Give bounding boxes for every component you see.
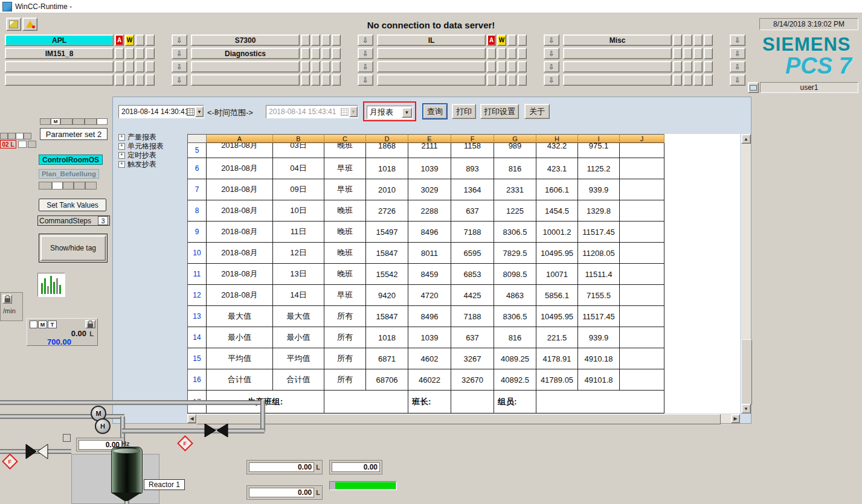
nav-expand-arrow-icon[interactable]: ⇩: [544, 61, 559, 72]
sheet-cell[interactable]: 7188: [451, 306, 494, 327]
sheet-cell[interactable]: 8011: [408, 243, 451, 264]
nav-expand-arrow-icon[interactable]: ⇩: [358, 74, 373, 86]
sheet-cell[interactable]: 432.2: [536, 143, 578, 158]
nav-button-il[interactable]: IL: [377, 34, 486, 46]
nav-small-button[interactable]: [311, 34, 320, 46]
nav-expand-arrow-icon[interactable]: ⇩: [358, 61, 373, 72]
sheet-cell[interactable]: 11517.45: [578, 222, 620, 243]
nav-small-button[interactable]: [301, 34, 310, 46]
sheet-cell[interactable]: 939.9: [578, 327, 620, 348]
sheet-cell[interactable]: 1225: [494, 200, 536, 222]
sheet-cell[interactable]: 晚班: [324, 143, 366, 158]
sheet-cell[interactable]: 9420: [366, 285, 408, 306]
sheet-cell[interactable]: 早班: [324, 179, 366, 200]
nav-small-button[interactable]: [311, 74, 320, 86]
sheet-cell[interactable]: 11208.05: [578, 243, 620, 264]
nav-expand-arrow-icon[interactable]: ⇩: [172, 61, 187, 72]
nav-small-button[interactable]: [311, 61, 320, 72]
column-header-H[interactable]: H: [536, 134, 578, 143]
nav-button-diagnostics[interactable]: Diagnostics: [191, 48, 300, 59]
nav-button-empty[interactable]: [377, 61, 486, 72]
sheet-cell[interactable]: 41789.05: [536, 369, 578, 391]
sheet-cell[interactable]: 3029: [408, 179, 451, 200]
nav-small-button[interactable]: [683, 48, 692, 59]
sheet-cell[interactable]: 4863: [494, 285, 536, 306]
sheet-cell[interactable]: 2010: [366, 179, 408, 200]
tree-item-2[interactable]: +定时抄表: [118, 151, 186, 160]
sheet-cell[interactable]: 09日: [273, 179, 324, 200]
sheet-cell[interactable]: 组员:: [494, 391, 536, 413]
sheet-cell[interactable]: 2018-08月: [207, 179, 273, 200]
sheet-cell[interactable]: 平均值: [273, 348, 324, 369]
sheet-cell[interactable]: 2726: [366, 200, 408, 222]
sheet-cell[interactable]: 所有: [324, 327, 366, 348]
sheet-cell[interactable]: 1018: [366, 327, 408, 348]
sheet-cell[interactable]: 2018-08月: [207, 243, 273, 264]
nav-small-button[interactable]: [497, 74, 506, 86]
sheet-cell[interactable]: 7829.5: [494, 243, 536, 264]
sheet-cell[interactable]: 15847: [366, 306, 408, 327]
sheet-cell[interactable]: 最大值: [273, 306, 324, 327]
nav-expand-arrow-icon[interactable]: ⇩: [730, 34, 745, 46]
sheet-cell[interactable]: 10495.95: [536, 306, 578, 327]
nav-small-button[interactable]: [518, 48, 527, 59]
nav-small-button[interactable]: [301, 74, 310, 86]
nav-button-im1518[interactable]: IM151_8: [5, 48, 114, 59]
nav-button-misc[interactable]: Misc: [563, 34, 672, 46]
nav-small-button[interactable]: [693, 48, 703, 59]
row-header-7[interactable]: 7: [187, 179, 207, 200]
flow-setpoint[interactable]: 700.00: [27, 337, 91, 346]
sheet-cell[interactable]: 13日: [273, 264, 324, 285]
nav-button-empty[interactable]: [563, 48, 672, 59]
nav-small-button[interactable]: [673, 61, 682, 72]
sheet-cell[interactable]: 40892.5: [494, 369, 536, 391]
nav-button-empty[interactable]: [563, 61, 672, 72]
sheet-cell[interactable]: 11日: [273, 222, 324, 243]
sheet-cell[interactable]: 04日: [273, 158, 324, 179]
query-button[interactable]: 查询: [422, 103, 448, 120]
column-header-A[interactable]: A: [207, 134, 273, 143]
row-header-12[interactable]: 12: [187, 285, 207, 306]
interlock-f-icon[interactable]: F: [177, 435, 193, 451]
nav-small-button[interactable]: [507, 74, 516, 86]
pump-symbol[interactable]: H: [95, 418, 111, 434]
sensor-box[interactable]: [63, 434, 71, 442]
sheet-cell[interactable]: [620, 200, 664, 222]
nav-small-button[interactable]: [507, 34, 516, 46]
nav-small-button[interactable]: [518, 34, 527, 46]
sheet-cell[interactable]: 最小值: [273, 327, 324, 348]
sheet-cell[interactable]: 32670: [451, 369, 494, 391]
sheet-cell[interactable]: 晚班: [324, 200, 366, 222]
sheet-cell[interactable]: [620, 158, 664, 179]
nav-small-button[interactable]: [135, 61, 144, 72]
nav-expand-arrow-icon[interactable]: ⇩: [358, 34, 373, 46]
sheet-cell[interactable]: 6871: [366, 348, 408, 369]
volume-value-1[interactable]: 0.00: [249, 462, 314, 472]
sheet-cell[interactable]: 早班: [324, 158, 366, 179]
sheet-cell[interactable]: [620, 285, 664, 306]
interlock-f-icon[interactable]: F: [2, 453, 18, 470]
sheet-cell[interactable]: 15497: [366, 222, 408, 243]
nav-small-button[interactable]: [135, 34, 144, 46]
sheet-cell[interactable]: 2111: [408, 143, 451, 158]
sheet-cell[interactable]: 14日: [273, 285, 324, 306]
sheet-cell[interactable]: 10日: [273, 200, 324, 222]
nav-small-button[interactable]: [704, 34, 713, 46]
nav-small-button[interactable]: [693, 34, 703, 46]
print-setup-button[interactable]: 打印设置: [480, 104, 519, 119]
sheet-cell[interactable]: 68706: [366, 369, 408, 391]
nav-small-button[interactable]: [321, 48, 330, 59]
print-button[interactable]: 打印: [452, 104, 476, 119]
nav-small-button[interactable]: [332, 74, 341, 86]
sheet-cell[interactable]: 平均值: [207, 348, 273, 369]
row-header-11[interactable]: 11: [187, 264, 207, 285]
nav-button-empty[interactable]: [563, 74, 672, 86]
sheet-cell[interactable]: 893: [451, 158, 494, 179]
nav-small-button[interactable]: [332, 48, 341, 59]
sheet-cell[interactable]: [620, 243, 664, 264]
alarm-badge-w[interactable]: W: [125, 34, 134, 46]
control-room-button[interactable]: ControlRoomOS: [39, 155, 103, 165]
sheet-cell[interactable]: 989: [494, 143, 536, 158]
sheet-cell[interactable]: 12日: [273, 243, 324, 264]
nav-small-button[interactable]: [301, 48, 310, 59]
